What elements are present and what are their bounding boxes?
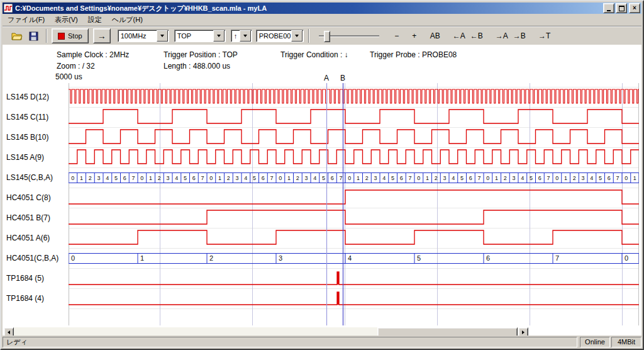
svg-text:2: 2 [227,175,230,181]
svg-text:2: 2 [573,175,576,181]
svg-text:2: 2 [365,175,369,181]
chevron-down-icon[interactable] [291,30,303,42]
svg-text:5: 5 [417,254,421,262]
svg-text:3: 3 [97,175,101,181]
app-icon [4,4,13,13]
svg-text:3: 3 [443,175,447,181]
status-bar: レディ Online 4MBit [3,336,641,347]
slider-thumb[interactable] [324,31,330,42]
svg-text:3: 3 [582,175,585,181]
toolbar-separator [46,29,47,43]
svg-text:6: 6 [192,175,196,181]
zoom-out-button[interactable]: − [388,30,406,42]
stop-icon [58,33,65,40]
goto-cursor-a-right-button[interactable]: →A [493,30,511,42]
run-button[interactable]: → [93,28,111,43]
goto-cursor-b-right-button[interactable]: →B [511,30,528,42]
goto-cursor-b-left-button[interactable]: ←B [468,30,486,42]
svg-text:0: 0 [279,175,282,181]
svg-text:5: 5 [253,175,256,181]
svg-text:6: 6 [123,175,126,181]
svg-text:0: 0 [417,175,420,181]
menu-settings[interactable]: 設定 [83,14,107,26]
chevron-down-icon[interactable] [240,30,251,42]
zoom-in-button[interactable]: + [406,30,423,42]
channel-label: HC4051 A(6) [6,228,50,248]
svg-text:1: 1 [140,254,144,262]
channel-label: LS145 B(10) [6,127,48,147]
trigger-condition-info: Trigger Condition : ↓ [280,50,348,59]
svg-text:5: 5 [322,175,325,181]
trigger-edge-select[interactable]: ↑ [231,30,252,42]
open-file-button[interactable] [9,29,25,43]
svg-text:3: 3 [236,175,239,181]
save-file-button[interactable] [25,29,42,43]
title-bar: C:¥Documents and Settings¥noname¥デスクトップ¥… [3,3,641,14]
svg-text:2: 2 [209,254,213,262]
svg-text:4: 4 [521,175,524,181]
svg-text:0: 0 [209,175,213,181]
svg-text:3: 3 [279,254,282,262]
cursor-b-label[interactable]: B [340,74,345,82]
ab-button[interactable]: AB [426,30,444,42]
svg-text:5: 5 [184,175,187,181]
goto-trigger-button[interactable]: →T [536,30,553,42]
svg-text:7: 7 [409,175,412,181]
channel-label: LS145 A(9) [6,147,44,167]
svg-text:6: 6 [262,175,265,181]
svg-text:3: 3 [513,175,516,181]
zoom-slider[interactable] [318,29,380,43]
svg-text:5: 5 [391,175,394,181]
toolbar: Stop → 100MHz TOP ↑ PROBE00 − + AB ←A ←B… [3,26,641,45]
svg-text:2: 2 [89,175,92,181]
svg-text:2: 2 [504,175,507,181]
channel-label: TP1684 (4) [6,288,44,308]
svg-text:7: 7 [340,175,343,181]
maximize-icon [619,6,625,11]
close-icon: × [633,5,636,11]
svg-text:6: 6 [538,175,541,181]
arrow-left-icon [8,330,10,334]
window-title: C:¥Documents and Settings¥noname¥デスクトップ¥… [15,4,602,13]
trigger-probe-value: PROBE00 [257,32,291,40]
trigger-edge-value: ↑ [231,32,240,40]
chevron-down-icon[interactable] [157,30,168,42]
channel-label: HC4051 B(7) [6,208,50,228]
svg-text:4: 4 [313,175,316,181]
close-button[interactable]: × [629,3,640,13]
svg-text:4: 4 [244,175,247,181]
save-icon [29,31,38,41]
channel-label: TP1684 (5) [6,268,44,288]
svg-text:1: 1 [564,175,567,181]
svg-text:0: 0 [486,175,489,181]
svg-text:2: 2 [158,175,161,181]
cursor-a-label[interactable]: A [324,74,329,82]
waveform-canvas[interactable]: 0123456701234567012345670123456701234567… [69,83,639,329]
trigger-probe-select[interactable]: PROBE00 [256,30,304,42]
svg-text:2: 2 [435,175,438,181]
svg-text:0: 0 [71,175,74,181]
svg-text:3: 3 [374,175,377,181]
goto-cursor-a-left-button[interactable]: ←A [450,30,468,42]
svg-text:1: 1 [149,175,152,181]
svg-text:4: 4 [590,175,593,181]
chevron-down-icon[interactable] [213,30,225,42]
open-folder-icon [11,31,23,40]
svg-text:5: 5 [530,175,533,181]
svg-text:1: 1 [80,175,83,181]
menu-view[interactable]: 表示(V) [50,14,83,26]
sample-clock-value: 100MHz [118,32,157,40]
svg-text:7: 7 [555,254,559,262]
svg-text:4: 4 [382,175,386,181]
trigger-position-select[interactable]: TOP [174,30,226,42]
menu-help[interactable]: ヘルプ(H) [107,14,148,26]
maximize-button[interactable] [616,3,627,13]
minimize-button[interactable] [603,3,614,13]
svg-text:2: 2 [296,175,299,181]
sample-clock-select[interactable]: 100MHz [118,30,169,42]
sample-clock-info: Sample Clock : 2MHz [57,50,129,59]
svg-text:3: 3 [167,175,170,181]
svg-text:4: 4 [348,254,352,262]
stop-button[interactable]: Stop [52,28,89,43]
menu-file[interactable]: ファイル(F) [3,14,50,26]
